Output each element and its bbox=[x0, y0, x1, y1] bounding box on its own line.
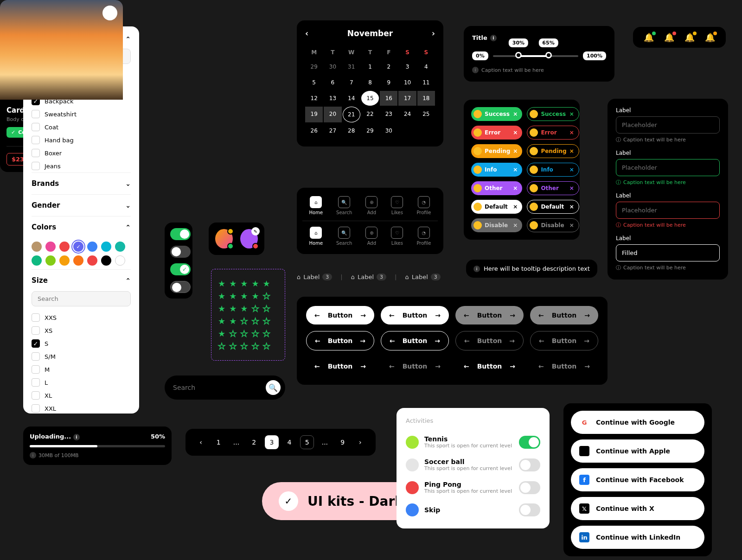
close-icon[interactable]: × bbox=[569, 148, 574, 154]
color-swatch[interactable] bbox=[59, 255, 70, 266]
calendar-day[interactable]: 11 bbox=[417, 75, 435, 90]
star-row[interactable]: ★★★★★ bbox=[218, 329, 278, 338]
page-number[interactable]: 3 bbox=[265, 435, 279, 449]
close-icon[interactable]: × bbox=[569, 185, 574, 191]
checkbox[interactable] bbox=[32, 123, 40, 131]
nav-item-likes[interactable]: ♡Likes bbox=[391, 196, 403, 215]
size-item[interactable]: XL bbox=[32, 389, 131, 402]
calendar-day[interactable]: 16 bbox=[380, 91, 397, 106]
button[interactable]: ←Button→ bbox=[530, 357, 598, 375]
calendar-day[interactable]: 26 bbox=[305, 123, 323, 138]
color-swatch[interactable] bbox=[87, 242, 97, 252]
status-chip[interactable]: Disable× bbox=[471, 218, 522, 232]
status-chip[interactable]: Pending× bbox=[471, 144, 522, 158]
color-swatch[interactable] bbox=[101, 242, 111, 252]
calendar-day[interactable]: 18 bbox=[417, 91, 435, 106]
calendar-day[interactable]: 10 bbox=[398, 75, 416, 90]
button[interactable]: ←Button→ bbox=[306, 357, 374, 375]
range-slider[interactable]: 30% 65% bbox=[493, 55, 578, 57]
toggle[interactable] bbox=[170, 281, 191, 293]
page-number[interactable]: 1 bbox=[211, 435, 225, 449]
page-number[interactable]: 5 bbox=[300, 435, 314, 449]
close-icon[interactable]: × bbox=[569, 222, 574, 229]
social-button[interactable]: Continue with Apple bbox=[571, 439, 704, 463]
size-row[interactable]: Size⌃ bbox=[32, 269, 131, 291]
color-swatch[interactable] bbox=[45, 255, 56, 266]
breadcrumb-item[interactable]: ⌂Label3 bbox=[405, 274, 440, 280]
calendar-day[interactable]: 3 bbox=[398, 59, 416, 74]
calendar-day[interactable]: 9 bbox=[380, 75, 397, 90]
color-swatch[interactable] bbox=[32, 242, 42, 252]
social-button[interactable]: GContinue with Google bbox=[571, 411, 704, 434]
nav-item-search[interactable]: 🔍Search bbox=[336, 227, 352, 246]
checkbox[interactable]: ✓ bbox=[32, 339, 40, 348]
color-swatch[interactable]: ✓ bbox=[73, 242, 83, 252]
nav-item-search[interactable]: 🔍Search bbox=[336, 196, 352, 215]
calendar-day[interactable]: 30 bbox=[380, 123, 397, 138]
nav-item-likes[interactable]: ♡Likes bbox=[391, 227, 403, 246]
status-chip[interactable]: Other× bbox=[471, 181, 522, 195]
bell-icon[interactable]: 🔔 bbox=[644, 32, 654, 42]
button[interactable]: ←Button→ bbox=[306, 306, 374, 325]
status-chip[interactable]: Disable× bbox=[527, 218, 579, 232]
bell-icon[interactable]: 🔔 bbox=[684, 32, 695, 42]
calendar-prev[interactable]: ‹ bbox=[305, 29, 308, 38]
page-number[interactable]: ... bbox=[318, 435, 332, 449]
page-number[interactable]: 2 bbox=[247, 435, 261, 449]
size-item[interactable]: XXL bbox=[32, 402, 131, 414]
checkbox[interactable] bbox=[32, 313, 40, 322]
button[interactable]: ←Button→ bbox=[381, 357, 449, 375]
close-icon[interactable]: × bbox=[513, 111, 518, 117]
calendar-day[interactable]: 25 bbox=[417, 107, 435, 122]
status-chip[interactable]: Success× bbox=[527, 107, 579, 121]
button[interactable]: ←Button→ bbox=[455, 331, 524, 350]
category-item[interactable]: Jeans bbox=[32, 159, 131, 172]
status-chip[interactable]: Error× bbox=[471, 126, 522, 140]
checkbox[interactable] bbox=[32, 149, 40, 157]
color-swatch[interactable] bbox=[101, 255, 111, 266]
close-icon[interactable]: × bbox=[569, 129, 574, 136]
activity-toggle[interactable] bbox=[519, 436, 540, 449]
star-row[interactable]: ★★★★★ bbox=[218, 341, 278, 351]
star-row[interactable]: ★★★★★ bbox=[218, 279, 278, 288]
nav-item-profile[interactable]: ◔Profile bbox=[416, 196, 431, 215]
social-button[interactable]: inContinue with LinkedIn bbox=[571, 526, 704, 549]
color-swatch[interactable] bbox=[45, 242, 56, 252]
page-number[interactable]: 9 bbox=[336, 435, 350, 449]
status-chip[interactable]: Default× bbox=[471, 200, 522, 214]
calendar-day[interactable]: 2 bbox=[380, 59, 397, 74]
size-item[interactable]: M bbox=[32, 363, 131, 376]
checkbox[interactable] bbox=[32, 404, 40, 413]
edit-icon[interactable]: ✎ bbox=[251, 227, 260, 235]
calendar-day[interactable]: 29 bbox=[305, 59, 323, 74]
calendar-day[interactable]: 31 bbox=[343, 59, 360, 74]
bell-icon[interactable]: 🔔 bbox=[664, 32, 674, 42]
activity-toggle[interactable] bbox=[519, 458, 540, 471]
calendar-day[interactable]: 17 bbox=[398, 91, 416, 106]
nav-item-add[interactable]: ⊕Add bbox=[365, 196, 377, 215]
calendar-day[interactable] bbox=[398, 123, 416, 138]
nav-item-home[interactable]: ⌂Home bbox=[309, 227, 323, 246]
calendar-day[interactable]: 5 bbox=[305, 75, 323, 90]
calendar-day[interactable]: 28 bbox=[343, 123, 360, 138]
star-row[interactable]: ★★★★★ bbox=[218, 291, 278, 301]
size-item[interactable]: L bbox=[32, 376, 131, 389]
text-input[interactable] bbox=[616, 202, 720, 219]
toggle[interactable] bbox=[170, 228, 191, 240]
calendar-day[interactable]: 29 bbox=[361, 123, 379, 138]
page-next[interactable]: › bbox=[353, 435, 367, 449]
calendar-day[interactable]: 14 bbox=[343, 91, 360, 106]
close-icon[interactable]: × bbox=[513, 148, 518, 154]
colors-row[interactable]: Colors⌃ bbox=[32, 216, 131, 238]
checkbox[interactable] bbox=[32, 110, 40, 118]
button[interactable]: ←Button→ bbox=[381, 331, 449, 350]
close-icon[interactable]: × bbox=[569, 166, 574, 173]
button[interactable]: ←Button→ bbox=[530, 306, 598, 325]
calendar-day[interactable]: 21 bbox=[343, 107, 360, 122]
search-input[interactable] bbox=[173, 384, 254, 391]
color-swatch[interactable] bbox=[32, 255, 42, 266]
nav-item-profile[interactable]: ◔Profile bbox=[416, 227, 431, 246]
bell-icon[interactable]: 🔔 bbox=[705, 32, 715, 42]
status-chip[interactable]: Info× bbox=[527, 163, 579, 177]
color-swatch[interactable] bbox=[87, 255, 97, 266]
